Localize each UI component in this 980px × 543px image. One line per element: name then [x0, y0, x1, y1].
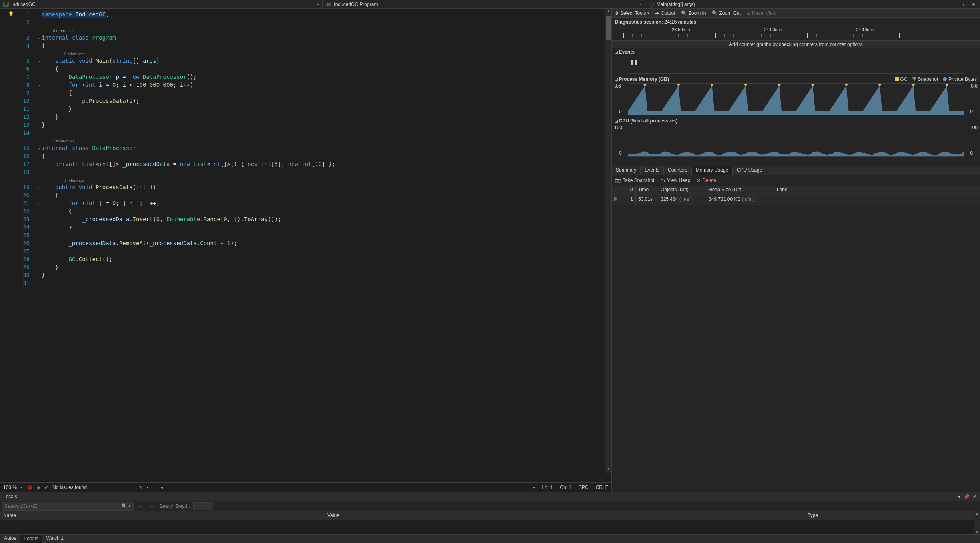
split-editor-button[interactable]: ⊞: [968, 0, 980, 8]
code-line[interactable]: {: [42, 89, 611, 97]
scroll-down-icon[interactable]: ▾: [974, 530, 980, 534]
window-menu-icon[interactable]: ▾: [958, 494, 960, 499]
search-icon[interactable]: 🔍: [121, 503, 127, 509]
issues-text[interactable]: No issues found: [52, 485, 87, 490]
code-line[interactable]: static void Main(string[] args): [42, 57, 611, 65]
snap-objects[interactable]: 325,484 ( n/a ): [658, 195, 706, 205]
diag-tab-memory-usage[interactable]: Memory Usage: [692, 166, 733, 175]
select-tools-button[interactable]: ⚙ Select Tools ▾: [614, 10, 649, 16]
code-line[interactable]: _processedData.Insert(0, Enumerable.Rang…: [42, 215, 611, 223]
fold-toggle[interactable]: ⌄: [36, 199, 42, 207]
hscroll-right-icon[interactable]: ▸: [533, 485, 535, 489]
bottom-tab-watch-1[interactable]: Watch 1: [42, 535, 68, 543]
snapshot-row[interactable]: ⎘153.01s325,484 ( n/a )349,731.00 KB ( n…: [612, 195, 980, 205]
code-line[interactable]: }: [42, 113, 611, 121]
scroll-up-icon[interactable]: ▴: [605, 9, 611, 15]
fold-toggle[interactable]: ⌄: [36, 57, 42, 65]
locals-grid[interactable]: Name Value Type ▴ ▾: [0, 511, 980, 534]
code-line[interactable]: _processedData.RemoveAt(_processedData.C…: [42, 239, 611, 247]
bottom-tab-locals[interactable]: Locals: [20, 535, 42, 543]
scroll-up-icon[interactable]: ▴: [974, 511, 980, 515]
code-line[interactable]: }: [42, 263, 611, 271]
code-line[interactable]: internal class DataProcessor: [42, 144, 611, 152]
zoom-out-button[interactable]: 🔍 Zoom Out: [712, 10, 741, 16]
code-line[interactable]: {: [42, 42, 611, 50]
scrollbar-thumb[interactable]: [606, 16, 611, 40]
diag-tab-events[interactable]: Events: [641, 166, 664, 175]
nav-class-combo[interactable]: InducedGC.Program ▾: [323, 0, 645, 8]
bottom-tab-autos[interactable]: Autos: [0, 535, 20, 543]
indent-mode[interactable]: SPC: [579, 485, 589, 490]
vertical-scrollbar[interactable]: ▴ ▾: [605, 9, 611, 473]
chevron-down-icon[interactable]: ▾: [21, 485, 23, 489]
close-icon[interactable]: ✕: [973, 494, 977, 499]
code-line[interactable]: {: [42, 152, 611, 160]
codelens[interactable]: 1 reference: [42, 176, 611, 183]
codelens[interactable]: 0 references: [42, 50, 611, 57]
code-area[interactable]: 💡 12345678910111213141516171819202122232…: [0, 9, 611, 482]
memory-section-header[interactable]: Process Memory (GB) GC Snapshot Private …: [612, 75, 980, 83]
code-line[interactable]: {: [42, 207, 611, 215]
error-summary-icon[interactable]: 🐞: [27, 485, 33, 490]
chevron-down-icon[interactable]: ▾: [147, 485, 149, 489]
col-objects[interactable]: Objects (Diff): [658, 186, 706, 195]
take-snapshot-button[interactable]: 📷 Take Snapshot: [615, 178, 654, 183]
lightbulb-icon[interactable]: 💡: [8, 11, 16, 17]
events-graph[interactable]: ❚❚: [628, 56, 964, 74]
code-line[interactable]: [42, 231, 611, 239]
code-line[interactable]: [42, 168, 611, 176]
codelens[interactable]: 0 references: [42, 26, 611, 34]
code-line[interactable]: [42, 129, 611, 137]
code-line[interactable]: {: [42, 65, 611, 73]
code-line[interactable]: public void ProcessData(int i): [42, 183, 611, 191]
col-name[interactable]: Name: [0, 511, 324, 520]
cpu-section-header[interactable]: CPU (% of all processors): [612, 117, 980, 125]
zoom-in-button[interactable]: 🔍 Zoom In: [681, 10, 706, 16]
code-line[interactable]: }: [42, 121, 611, 129]
snap-heap[interactable]: 349,731.00 KB ( n/a ): [706, 195, 774, 205]
nav-method-combo[interactable]: Main(string[] args) ▾: [645, 0, 968, 8]
pencil-icon[interactable]: ✎: [139, 485, 143, 490]
fold-toggle[interactable]: ⌄: [36, 81, 42, 89]
code-line[interactable]: }: [42, 223, 611, 231]
snap-label[interactable]: [774, 195, 980, 205]
col-type[interactable]: Type: [804, 511, 980, 520]
fold-toggle[interactable]: ⌄: [36, 183, 42, 191]
code-line[interactable]: DataProcessor p = new DataProcessor();: [42, 73, 611, 81]
nav-project-combo[interactable]: C# InducedGC ▾: [0, 0, 323, 8]
col-value[interactable]: Value: [324, 511, 804, 520]
pin-icon[interactable]: 📌: [964, 494, 970, 499]
col-id[interactable]: ID: [621, 186, 636, 195]
code-line[interactable]: }: [42, 271, 611, 279]
col-label[interactable]: Label: [774, 186, 980, 195]
codelens[interactable]: 2 references: [42, 137, 611, 144]
chevron-down-icon[interactable]: ▾: [129, 504, 131, 508]
code-line[interactable]: for (int j = 0; j < i; j++): [42, 199, 611, 207]
hscroll-left-icon[interactable]: ◂: [161, 485, 163, 489]
time-ruler[interactable]: 23:50min 24:00min 24:10min: [612, 26, 980, 41]
line-ending[interactable]: CRLF: [596, 485, 608, 490]
search-input[interactable]: [4, 503, 121, 509]
code-line[interactable]: [42, 18, 611, 26]
code-line[interactable]: }: [42, 105, 611, 113]
memory-graph[interactable]: [628, 83, 964, 115]
diag-tab-cpu-usage[interactable]: CPU Usage: [733, 166, 766, 175]
view-heap-button[interactable]: 🗀 View Heap: [661, 178, 690, 183]
search-depth-combo[interactable]: [193, 502, 213, 510]
toggle-icon[interactable]: ◈: [37, 485, 40, 490]
code-body[interactable]: namespace InducedGC;0 referencesinternal…: [42, 9, 611, 482]
code-line[interactable]: p.ProcessData(i);: [42, 97, 611, 105]
zoom-level[interactable]: 100 %: [3, 485, 17, 490]
pause-button[interactable]: ❚❚: [630, 58, 638, 66]
delete-snapshot-button[interactable]: ✕ Delete: [697, 178, 716, 183]
col-heap[interactable]: Heap Size (Diff): [706, 186, 774, 195]
diag-tab-counters[interactable]: Counters: [664, 166, 692, 175]
col-time[interactable]: Time: [636, 186, 658, 195]
code-line[interactable]: for (int i = 0; i < 100_000_000; i++): [42, 81, 611, 89]
code-line[interactable]: internal class Program: [42, 34, 611, 42]
scroll-down-icon[interactable]: ▾: [605, 466, 611, 473]
code-line[interactable]: [42, 247, 611, 255]
code-line[interactable]: namespace InducedGC;: [42, 10, 611, 18]
fold-toggle[interactable]: ⌄: [36, 34, 42, 42]
output-button[interactable]: ➜ Output: [655, 10, 675, 16]
